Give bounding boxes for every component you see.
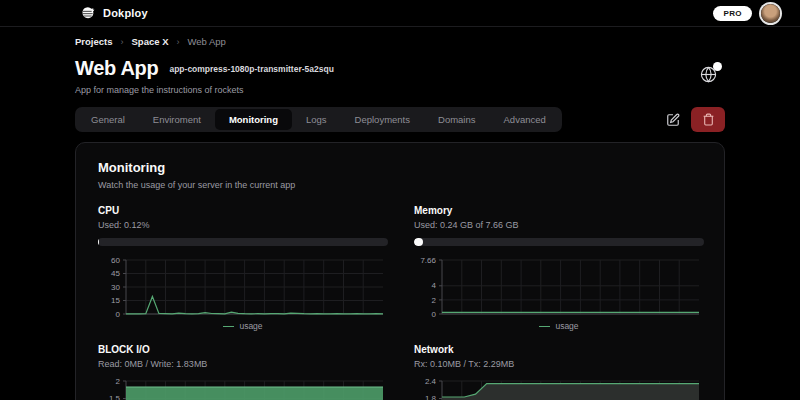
block-io-section: BLOCK I/O Read: 0MB / Write: 1.83MB — [98, 344, 388, 369]
memory-used-text: Used: 0.24 GB of 7.66 GB — [414, 220, 704, 230]
svg-text:45: 45 — [111, 269, 120, 278]
svg-text:2: 2 — [116, 377, 121, 386]
breadcrumb-item-projects[interactable]: Projects — [75, 36, 113, 47]
app-id-badge: app-compress-1080p-transmitter-5a2squ — [169, 64, 333, 74]
svg-text:4: 4 — [432, 281, 437, 290]
tab-list: GeneralEnviromentMonitoringLogsDeploymen… — [75, 107, 562, 132]
page-header: Web App app-compress-1080p-transmitter-5… — [75, 57, 725, 95]
cpu-label: CPU — [98, 205, 388, 216]
svg-text:1.5: 1.5 — [109, 394, 121, 400]
dokploy-logo-icon — [80, 5, 96, 21]
memory-progress-fill — [414, 238, 423, 246]
chevron-right-icon: › — [176, 37, 179, 47]
brand-name: Dokploy — [103, 7, 148, 19]
memory-section: Memory Used: 0.24 GB of 7.66 GB — [414, 205, 704, 246]
svg-text:0: 0 — [432, 310, 437, 318]
svg-text:0: 0 — [116, 310, 121, 318]
memory-chart-plot: 0247.66 — [414, 254, 704, 318]
tab-monitoring[interactable]: Monitoring — [215, 109, 292, 130]
tab-domains[interactable]: Domains — [424, 109, 490, 130]
chevron-right-icon: › — [121, 37, 124, 47]
navbar-right: PRO — [713, 4, 780, 23]
pencil-icon — [666, 113, 680, 127]
monitoring-card: Monitoring Watch the usage of your serve… — [75, 142, 725, 400]
svg-text:1.8: 1.8 — [425, 394, 437, 400]
memory-label: Memory — [414, 205, 704, 216]
brand-group[interactable]: Dokploy — [80, 5, 148, 21]
svg-text:15: 15 — [111, 296, 120, 305]
edit-button[interactable] — [666, 113, 680, 127]
network-chart: 00.61.21.82.4 usage — [414, 375, 704, 400]
card-subtitle: Watch the usage of your server in the cu… — [98, 180, 702, 190]
tab-general[interactable]: General — [77, 109, 139, 130]
svg-text:2: 2 — [432, 296, 437, 305]
network-used-text: Rx: 0.10MB / Tx: 2.29MB — [414, 359, 704, 369]
memory-chart-legend: usage — [414, 321, 704, 331]
status-dot — [713, 62, 722, 71]
top-navbar: Dokploy PRO — [0, 0, 800, 27]
cpu-chart: 015304560 usage — [98, 254, 388, 331]
app-description: App for manage the instructions of rocke… — [75, 85, 334, 95]
breadcrumb-item-space-x[interactable]: Space X — [132, 36, 169, 47]
tab-logs[interactable]: Logs — [292, 109, 341, 130]
block-io-label: BLOCK I/O — [98, 344, 388, 355]
page-title: Web App — [75, 57, 158, 80]
legend-label: usage — [239, 321, 262, 331]
svg-text:60: 60 — [111, 256, 120, 265]
svg-text:7.66: 7.66 — [420, 256, 436, 265]
network-label: Network — [414, 344, 704, 355]
memory-progress-track — [414, 238, 704, 246]
cpu-chart-legend: usage — [98, 321, 388, 331]
cpu-used-text: Used: 0.12% — [98, 220, 388, 230]
network-section: Network Rx: 0.10MB / Tx: 2.29MB — [414, 344, 704, 369]
legend-line-icon — [223, 326, 234, 327]
pro-badge: PRO — [713, 6, 752, 21]
memory-chart: 0247.66 usage — [414, 254, 704, 331]
legend-line-icon — [539, 326, 550, 327]
trash-icon — [702, 113, 715, 126]
block-io-used-text: Read: 0MB / Write: 1.83MB — [98, 359, 388, 369]
svg-text:30: 30 — [111, 283, 120, 292]
network-chart-plot: 00.61.21.82.4 — [414, 375, 704, 400]
tab-deployments[interactable]: Deployments — [341, 109, 424, 130]
tabs-row: GeneralEnviromentMonitoringLogsDeploymen… — [75, 107, 725, 132]
card-title: Monitoring — [98, 160, 702, 175]
tab-advanced[interactable]: Advanced — [490, 109, 560, 130]
delete-button[interactable] — [691, 107, 725, 132]
metrics-grid: CPU Used: 0.12% Memory Used: 0.24 GB of … — [98, 205, 702, 400]
cpu-chart-plot: 015304560 — [98, 254, 388, 318]
cpu-section: CPU Used: 0.12% — [98, 205, 388, 246]
header-actions — [666, 107, 725, 132]
breadcrumb: Projects›Space X›Web App — [75, 36, 725, 47]
breadcrumb-item-web-app: Web App — [187, 36, 225, 47]
block-io-chart: 00.511.52 usage — [98, 375, 388, 400]
user-avatar[interactable] — [761, 4, 780, 23]
block-io-chart-plot: 00.511.52 — [98, 375, 388, 400]
cpu-progress-track — [98, 238, 388, 246]
svg-text:2.4: 2.4 — [425, 377, 437, 386]
legend-label: usage — [555, 321, 578, 331]
page-container: Projects›Space X›Web App Web App app-com… — [75, 36, 725, 400]
tab-enviroment[interactable]: Enviroment — [139, 109, 215, 130]
globe-icon[interactable] — [700, 66, 717, 83]
